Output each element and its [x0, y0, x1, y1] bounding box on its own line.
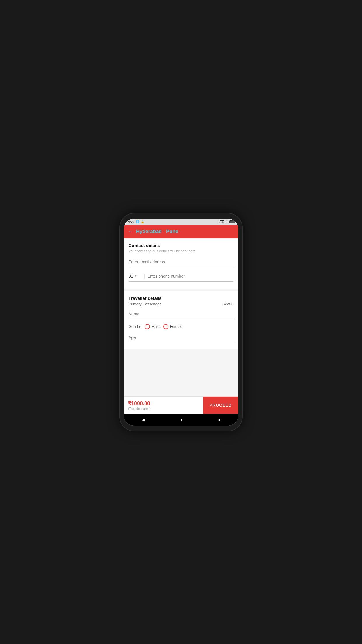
currency-symbol: ₹ — [128, 400, 131, 406]
price-section: ₹1000.00 (Excluding taxes) — [124, 397, 203, 414]
name-input[interactable] — [129, 310, 233, 317]
male-label: Male — [151, 324, 159, 329]
signal-icon — [225, 220, 228, 223]
traveller-section: Traveller details Primary Passenger Seat… — [124, 291, 238, 349]
network-type: LTE — [219, 220, 224, 223]
contact-section-subtitle: Your ticket and bus details will be sent… — [129, 249, 233, 253]
nav-home-button[interactable]: ● — [177, 416, 186, 423]
app-header: ← Hyderabad - Pune — [124, 225, 238, 238]
male-radio-circle[interactable] — [145, 324, 150, 329]
name-field-container — [129, 310, 233, 319]
country-code-value: 91 — [129, 274, 133, 279]
world-icon: 🌐 — [136, 220, 139, 223]
seat-number: 3 — [231, 302, 233, 306]
contact-section-title: Contact details — [129, 243, 233, 248]
dropdown-arrow-icon: ▼ — [134, 274, 137, 278]
phone-frame: 9:22 🌐 🔒 LTE ← Hyderabad - Pune Contact … — [120, 214, 242, 431]
nav-back-button[interactable]: ◀ — [138, 416, 148, 423]
empty-area — [124, 351, 238, 374]
seat-label: Seat — [222, 302, 230, 306]
male-radio-option[interactable]: Male — [145, 324, 159, 329]
phone-row: 91 ▼ — [129, 273, 233, 282]
price-value: 1000.00 — [131, 400, 150, 406]
email-field-container — [129, 258, 233, 267]
price-note: (Excluding taxes) — [128, 407, 199, 410]
nav-recents-button[interactable]: ■ — [215, 417, 224, 423]
sim-icon: 🔒 — [141, 220, 144, 223]
contact-section: Contact details Your ticket and bus deta… — [124, 238, 238, 289]
phone-input[interactable] — [147, 273, 233, 280]
nav-bar: ◀ ● ■ — [124, 414, 238, 426]
status-bar: 9:22 🌐 🔒 LTE — [124, 219, 238, 225]
phone-screen: 9:22 🌐 🔒 LTE ← Hyderabad - Pune Contact … — [124, 219, 238, 426]
passenger-label: Primary Passenger — [129, 302, 161, 306]
status-left: 9:22 🌐 🔒 — [128, 220, 144, 224]
gender-label: Gender — [129, 324, 141, 329]
passenger-header: Primary Passenger Seat 3 — [129, 302, 233, 306]
country-code-selector[interactable]: 91 ▼ — [129, 274, 145, 279]
seat-info: Seat 3 — [222, 302, 233, 306]
battery-icon — [229, 220, 234, 223]
status-right: LTE — [219, 220, 234, 223]
bottom-bar: ₹1000.00 (Excluding taxes) PROCEED — [124, 396, 238, 414]
header-title: Hyderabad - Pune — [136, 229, 178, 235]
price-amount: ₹1000.00 — [128, 400, 199, 407]
female-label: Female — [170, 324, 182, 329]
female-radio-option[interactable]: Female — [163, 324, 182, 329]
female-radio-circle[interactable] — [163, 324, 168, 329]
age-input[interactable] — [129, 334, 233, 341]
status-time: 9:22 — [128, 220, 134, 224]
traveller-section-title: Traveller details — [129, 296, 233, 301]
email-input[interactable] — [129, 258, 233, 265]
back-button[interactable]: ← — [128, 229, 133, 235]
content-scroll[interactable]: Contact details Your ticket and bus deta… — [124, 238, 238, 396]
proceed-button[interactable]: PROCEED — [203, 397, 238, 414]
age-field-container — [129, 334, 233, 343]
gender-row: Gender Male Female — [129, 324, 233, 329]
